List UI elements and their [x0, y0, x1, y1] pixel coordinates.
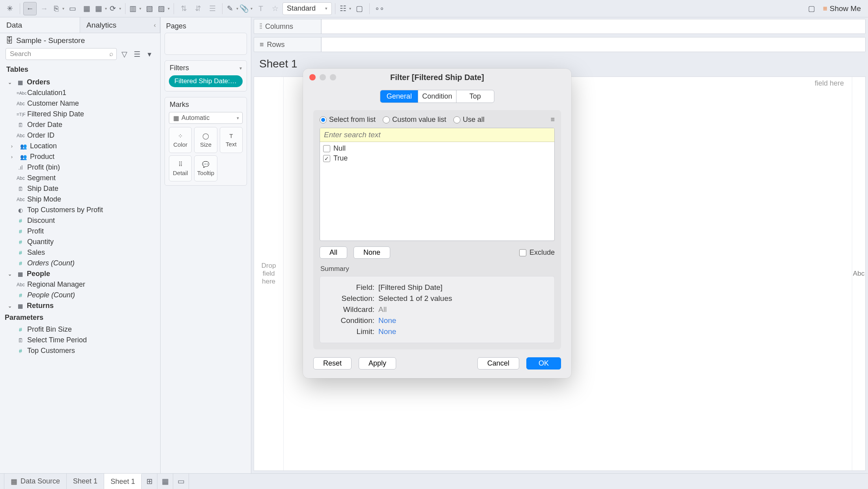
field-customer-name[interactable]: AbcCustomer Name [3, 98, 157, 109]
show-cards-button[interactable]: ☷ [339, 2, 352, 15]
field-order-id[interactable]: AbcOrder ID [3, 130, 157, 141]
refresh-button[interactable]: ⟳ [108, 2, 122, 15]
new-story-tab[interactable]: ▭ [173, 474, 189, 489]
presentation-button[interactable]: ▢ [353, 2, 366, 15]
zoom-window-button[interactable] [330, 74, 336, 80]
marks-text[interactable]: TText [220, 127, 243, 153]
present-icon[interactable]: ▢ [805, 2, 818, 15]
exclude-checkbox[interactable]: Exclude [519, 248, 555, 257]
cancel-button[interactable]: Cancel [477, 357, 519, 370]
rows-shelf[interactable]: ≡Rows [254, 37, 866, 52]
tab-top[interactable]: Top [456, 90, 494, 103]
marks-color[interactable]: ⁘Color [169, 127, 192, 153]
tab-condition[interactable]: Condition [418, 90, 456, 103]
back-button[interactable]: ← [23, 2, 37, 15]
sort-asc-button[interactable]: ⇅ [177, 2, 191, 15]
reset-button[interactable]: Reset [313, 357, 352, 370]
duplicate-button[interactable]: ▦ [94, 2, 108, 15]
field-profit-bin[interactable]: .ılProfit (bin) [3, 162, 157, 173]
tab-sheet1-b[interactable]: Sheet 1 [104, 474, 142, 489]
tab-sheet1-a[interactable]: Sheet 1 [67, 474, 104, 489]
field-calculation1[interactable]: =AbcCalculation1 [3, 88, 157, 98]
datasource-row[interactable]: 🗄 Sample - Superstore [0, 33, 160, 48]
save-button[interactable]: ⎘ [52, 2, 65, 15]
field-discount[interactable]: #Discount [3, 215, 157, 226]
pages-shelf[interactable] [165, 33, 247, 55]
group-button[interactable]: 📎 [240, 2, 253, 15]
view-fields-icon[interactable]: ☰ [132, 49, 142, 59]
field-ship-date[interactable]: 🗓Ship Date [3, 183, 157, 194]
select-none-button[interactable]: None [354, 246, 390, 259]
marks-tooltip[interactable]: 💬Tooltip [194, 155, 217, 181]
param-top-customers[interactable]: #Top Customers [3, 345, 157, 356]
param-select-time-period[interactable]: 🗓Select Time Period [3, 335, 157, 345]
collapse-pane-icon[interactable]: ‹ [154, 22, 156, 29]
filter-value-null[interactable]: Null [323, 144, 551, 153]
tab-data-source[interactable]: ▦Data Source [4, 474, 67, 489]
apply-button[interactable]: Apply [359, 357, 396, 370]
radio-use-all[interactable]: Use all [453, 116, 485, 124]
field-profit[interactable]: #Profit [3, 226, 157, 237]
marks-detail[interactable]: ⠿Detail [169, 155, 192, 181]
filter-fields-icon[interactable]: ▽ [119, 49, 129, 59]
sort-desc-button[interactable]: ⇵ [191, 2, 205, 15]
swap-button[interactable]: ▨ [157, 2, 170, 15]
drop-field-left[interactable]: Drop field here [254, 77, 284, 470]
list-options-icon[interactable]: ≡ [550, 116, 555, 124]
new-worksheet-tab[interactable]: ⊞ [142, 474, 157, 489]
columns-shelf[interactable]: ⦙⦙Columns [254, 19, 866, 34]
highlight-button[interactable]: ✎ [226, 2, 239, 15]
field-sales[interactable]: #Sales [3, 247, 157, 258]
filters-shelf[interactable]: Filters▾ Filtered Ship Date: Tr.. [165, 60, 247, 91]
marks-type-dropdown[interactable]: ▦Automatic [169, 112, 243, 124]
fit-dropdown[interactable]: Standard [282, 2, 332, 15]
marks-size[interactable]: ◯Size [194, 127, 217, 153]
pin-button[interactable]: ☆ [268, 2, 282, 15]
clear-button[interactable]: ▧ [143, 2, 156, 15]
forward-button[interactable]: → [37, 2, 51, 15]
tab-analytics[interactable]: Analytics‹ [80, 17, 160, 33]
filters-menu-icon[interactable]: ▾ [239, 65, 242, 71]
ok-button[interactable]: OK [526, 357, 561, 370]
table-orders[interactable]: ⌄▦Orders [3, 77, 157, 88]
tab-data[interactable]: Data [0, 17, 80, 33]
table-returns[interactable]: ⌄▦Returns [3, 300, 157, 311]
field-product[interactable]: ›👥Product [3, 151, 157, 162]
table-people[interactable]: ⌄▦People [3, 269, 157, 279]
new-dashboard-tab[interactable]: ▦ [157, 474, 173, 489]
radio-custom-value-list[interactable]: Custom value list [383, 116, 446, 124]
new-worksheet-button[interactable]: ▦ [80, 2, 94, 15]
field-top-customers-by-profit[interactable]: ◐Top Customers by Profit [3, 205, 157, 215]
tab-general[interactable]: General [380, 90, 418, 103]
close-window-button[interactable] [309, 74, 316, 80]
field-search-input[interactable]: Search ⌕ [6, 48, 117, 60]
logo-icon[interactable]: ✳ [3, 2, 17, 15]
filter-pill[interactable]: Filtered Ship Date: Tr.. [169, 75, 243, 87]
field-filtered-ship-date[interactable]: =T|FFiltered Ship Date [3, 109, 157, 119]
field-ship-mode[interactable]: AbcShip Mode [3, 194, 157, 205]
minimize-window-button[interactable] [320, 74, 326, 80]
totals-button[interactable]: ☰ [206, 2, 219, 15]
show-me-button[interactable]: ≡ Show Me [819, 2, 865, 15]
filter-value-true[interactable]: True [323, 153, 551, 163]
field-segment[interactable]: AbcSegment [3, 173, 157, 183]
field-order-date[interactable]: 🗓Order Date [3, 119, 157, 130]
param-profit-bin-size[interactable]: #Profit Bin Size [3, 324, 157, 335]
field-regional-manager[interactable]: AbcRegional Manager [3, 279, 157, 290]
field-quantity[interactable]: #Quantity [3, 237, 157, 247]
show-me-icon: ≡ [823, 4, 827, 13]
fields-menu-icon[interactable]: ▾ [144, 49, 155, 59]
marks-card: Marks ▦Automatic ⁘Color ◯Size TText ⠿Det… [165, 97, 247, 186]
filter-value-list: Null True [320, 142, 554, 241]
filter-search-input[interactable]: Enter search text [320, 128, 554, 142]
new-ds-button[interactable]: ▭ [66, 2, 79, 15]
labels-button[interactable]: T [254, 2, 268, 15]
new-sheet-button[interactable]: ▥ [129, 2, 142, 15]
radio-select-from-list[interactable]: Select from list [320, 116, 376, 124]
field-orders-count[interactable]: #Orders (Count) [3, 258, 157, 269]
filter-dialog: Filter [Filtered Ship Date] General Cond… [303, 69, 571, 378]
field-people-count[interactable]: #People (Count) [3, 290, 157, 300]
share-button[interactable]: ∘∘ [373, 2, 386, 15]
select-all-button[interactable]: All [320, 246, 347, 259]
field-location[interactable]: ›👥Location [3, 141, 157, 151]
